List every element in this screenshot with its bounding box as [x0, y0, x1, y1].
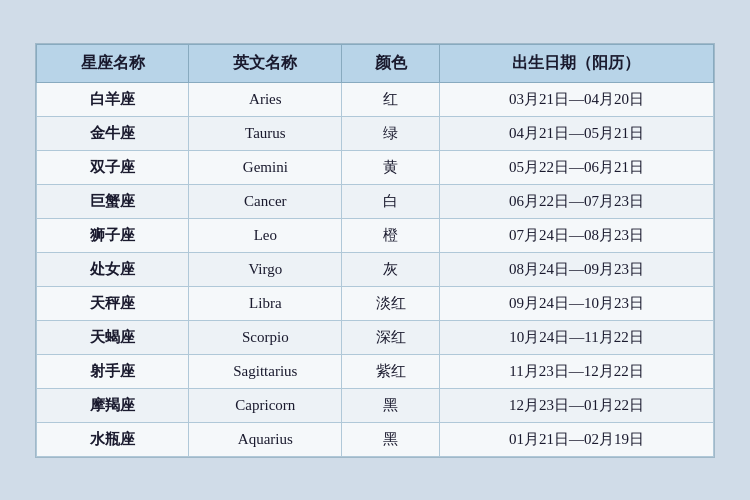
cell-english-name: Aries	[189, 82, 342, 116]
cell-english-name: Scorpio	[189, 320, 342, 354]
cell-date: 05月22日—06月21日	[439, 150, 713, 184]
cell-color: 红	[342, 82, 440, 116]
table-row: 白羊座Aries红03月21日—04月20日	[37, 82, 714, 116]
cell-date: 10月24日—11月22日	[439, 320, 713, 354]
cell-date: 07月24日—08月23日	[439, 218, 713, 252]
cell-date: 12月23日—01月22日	[439, 388, 713, 422]
col-header-color: 颜色	[342, 44, 440, 82]
cell-chinese-name: 处女座	[37, 252, 189, 286]
cell-date: 11月23日—12月22日	[439, 354, 713, 388]
cell-date: 01月21日—02月19日	[439, 422, 713, 456]
cell-chinese-name: 水瓶座	[37, 422, 189, 456]
col-header-chinese: 星座名称	[37, 44, 189, 82]
cell-english-name: Libra	[189, 286, 342, 320]
cell-chinese-name: 天蝎座	[37, 320, 189, 354]
cell-chinese-name: 双子座	[37, 150, 189, 184]
table-row: 天秤座Libra淡红09月24日—10月23日	[37, 286, 714, 320]
table-row: 天蝎座Scorpio深红10月24日—11月22日	[37, 320, 714, 354]
table-row: 处女座Virgo灰08月24日—09月23日	[37, 252, 714, 286]
cell-color: 黑	[342, 388, 440, 422]
zodiac-table-container: 星座名称 英文名称 颜色 出生日期（阳历） 白羊座Aries红03月21日—04…	[35, 43, 715, 458]
cell-chinese-name: 巨蟹座	[37, 184, 189, 218]
cell-english-name: Capricorn	[189, 388, 342, 422]
cell-color: 紫红	[342, 354, 440, 388]
cell-chinese-name: 狮子座	[37, 218, 189, 252]
cell-date: 04月21日—05月21日	[439, 116, 713, 150]
cell-english-name: Gemini	[189, 150, 342, 184]
cell-date: 06月22日—07月23日	[439, 184, 713, 218]
cell-color: 绿	[342, 116, 440, 150]
cell-chinese-name: 射手座	[37, 354, 189, 388]
cell-english-name: Cancer	[189, 184, 342, 218]
cell-color: 深红	[342, 320, 440, 354]
table-row: 射手座Sagittarius紫红11月23日—12月22日	[37, 354, 714, 388]
cell-english-name: Aquarius	[189, 422, 342, 456]
cell-color: 橙	[342, 218, 440, 252]
cell-english-name: Sagittarius	[189, 354, 342, 388]
table-row: 双子座Gemini黄05月22日—06月21日	[37, 150, 714, 184]
zodiac-table: 星座名称 英文名称 颜色 出生日期（阳历） 白羊座Aries红03月21日—04…	[36, 44, 714, 457]
table-row: 摩羯座Capricorn黑12月23日—01月22日	[37, 388, 714, 422]
col-header-english: 英文名称	[189, 44, 342, 82]
cell-english-name: Virgo	[189, 252, 342, 286]
table-row: 水瓶座Aquarius黑01月21日—02月19日	[37, 422, 714, 456]
cell-color: 黄	[342, 150, 440, 184]
cell-color: 淡红	[342, 286, 440, 320]
table-body: 白羊座Aries红03月21日—04月20日金牛座Taurus绿04月21日—0…	[37, 82, 714, 456]
cell-chinese-name: 天秤座	[37, 286, 189, 320]
col-header-date: 出生日期（阳历）	[439, 44, 713, 82]
cell-color: 白	[342, 184, 440, 218]
table-header-row: 星座名称 英文名称 颜色 出生日期（阳历）	[37, 44, 714, 82]
cell-chinese-name: 金牛座	[37, 116, 189, 150]
table-row: 金牛座Taurus绿04月21日—05月21日	[37, 116, 714, 150]
cell-date: 08月24日—09月23日	[439, 252, 713, 286]
cell-english-name: Taurus	[189, 116, 342, 150]
cell-english-name: Leo	[189, 218, 342, 252]
cell-color: 灰	[342, 252, 440, 286]
cell-color: 黑	[342, 422, 440, 456]
table-row: 狮子座Leo橙07月24日—08月23日	[37, 218, 714, 252]
cell-date: 09月24日—10月23日	[439, 286, 713, 320]
cell-date: 03月21日—04月20日	[439, 82, 713, 116]
cell-chinese-name: 摩羯座	[37, 388, 189, 422]
cell-chinese-name: 白羊座	[37, 82, 189, 116]
table-row: 巨蟹座Cancer白06月22日—07月23日	[37, 184, 714, 218]
